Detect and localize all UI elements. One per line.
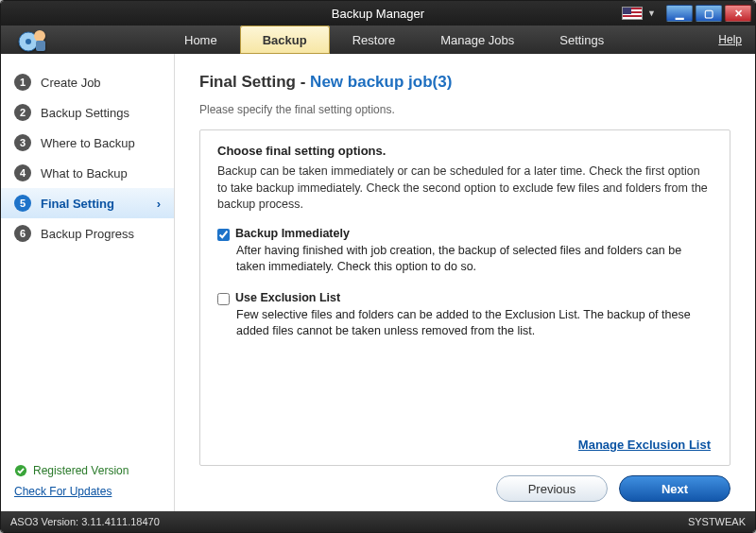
page-title: Final Setting - New backup job(3) xyxy=(199,73,730,92)
svg-point-2 xyxy=(34,30,45,42)
step-create-job[interactable]: 1 Create Job xyxy=(1,67,174,97)
options-panel: Choose final setting options. Backup can… xyxy=(199,129,730,466)
app-logo-icon xyxy=(10,26,58,54)
minimize-button[interactable]: ▁ xyxy=(666,5,693,22)
manage-exclusion-list-link[interactable]: Manage Exclusion List xyxy=(578,438,711,452)
use-exclusion-list-label[interactable]: Use Exclusion List xyxy=(235,291,340,304)
window-title: Backup Manager xyxy=(332,7,424,21)
use-exclusion-list-checkbox[interactable] xyxy=(217,293,230,305)
backup-immediately-checkbox[interactable] xyxy=(217,229,230,241)
step-final-setting[interactable]: 5 Final Setting xyxy=(1,188,174,218)
sidebar: 1 Create Job 2 Backup Settings 3 Where t… xyxy=(1,54,175,511)
language-flag-icon[interactable] xyxy=(622,7,643,20)
tab-home[interactable]: Home xyxy=(162,26,240,54)
tab-backup[interactable]: Backup xyxy=(240,26,330,54)
wizard-footer: Previous Next xyxy=(199,475,730,502)
next-button[interactable]: Next xyxy=(619,475,730,502)
backup-immediately-label[interactable]: Backup Immediately xyxy=(235,227,350,240)
main-content: Final Setting - New backup job(3) Please… xyxy=(175,54,755,511)
language-chevron-icon[interactable]: ▼ xyxy=(647,9,656,18)
svg-rect-3 xyxy=(36,41,45,51)
body: 1 Create Job 2 Backup Settings 3 Where t… xyxy=(1,54,755,511)
step-backup-progress[interactable]: 6 Backup Progress xyxy=(1,218,174,249)
statusbar: ASO3 Version: 3.11.4111.18470 SYSTWEAK xyxy=(1,511,755,532)
step-label: Create Job xyxy=(41,76,101,90)
brand-text: SYSTWEAK xyxy=(688,516,746,527)
tab-settings[interactable]: Settings xyxy=(537,26,627,54)
panel-intro: Backup can be taken immediately or can b… xyxy=(217,163,713,214)
titlebar: Backup Manager ▼ ▁ ▢ ✕ xyxy=(1,1,755,26)
app-window: Backup Manager ▼ ▁ ▢ ✕ Home Backup Resto… xyxy=(0,0,756,533)
backup-immediately-desc: After having finished with job creation,… xyxy=(236,243,713,276)
job-name: New backup job(3) xyxy=(310,73,452,91)
wizard-steps: 1 Create Job 2 Backup Settings 3 Where t… xyxy=(1,54,174,262)
version-text: ASO3 Version: 3.11.4111.18470 xyxy=(10,516,160,527)
step-backup-settings[interactable]: 2 Backup Settings xyxy=(1,97,174,128)
close-button[interactable]: ✕ xyxy=(725,5,751,22)
step-label: Backup Settings xyxy=(41,106,129,120)
step-what-to-backup[interactable]: 4 What to Backup xyxy=(1,158,174,188)
maximize-button[interactable]: ▢ xyxy=(696,5,722,22)
registered-status: Registered Version xyxy=(14,464,161,477)
panel-heading: Choose final setting options. xyxy=(217,144,713,158)
check-circle-icon xyxy=(14,464,27,477)
help-link[interactable]: Help xyxy=(718,26,742,54)
step-where-to-backup[interactable]: 3 Where to Backup xyxy=(1,128,174,158)
tab-manage-jobs[interactable]: Manage Jobs xyxy=(418,26,537,54)
svg-point-1 xyxy=(26,39,31,44)
check-updates-link[interactable]: Check For Updates xyxy=(14,485,161,498)
page-subtitle: Please specify the final setting options… xyxy=(199,103,730,116)
step-label: Where to Backup xyxy=(41,136,135,150)
main-tabs: Home Backup Restore Manage Jobs Settings xyxy=(162,26,627,54)
menubar: Home Backup Restore Manage Jobs Settings… xyxy=(1,26,755,54)
step-label: Backup Progress xyxy=(41,227,134,241)
step-label: Final Setting xyxy=(41,197,114,211)
previous-button[interactable]: Previous xyxy=(496,475,608,502)
use-exclusion-list-desc: Few selective files and folders can be a… xyxy=(236,307,713,340)
step-label: What to Backup xyxy=(41,166,128,181)
tab-restore[interactable]: Restore xyxy=(330,26,419,54)
